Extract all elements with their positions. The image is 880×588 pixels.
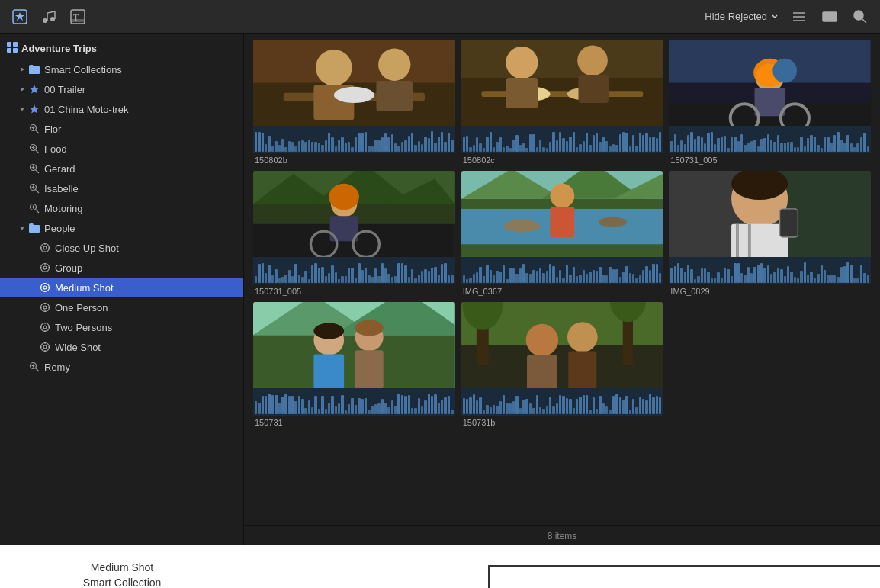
close-up-shot-label: Close Up Shot xyxy=(55,243,237,254)
svg-point-68 xyxy=(41,304,50,312)
search-keyword-icon-food xyxy=(27,142,41,156)
clip-label: IMG_0367 xyxy=(461,287,663,296)
sidebar-item-gerard[interactable]: Gerard xyxy=(0,159,243,178)
hide-rejected-button[interactable]: Hide Rejected xyxy=(705,11,779,22)
svg-marker-25 xyxy=(21,87,24,92)
wide-shot-label: Wide Shot xyxy=(55,342,237,353)
list-view-icon[interactable] xyxy=(788,6,810,27)
clip-thumbnail xyxy=(461,302,663,416)
gear-smart-icon-wide-shot xyxy=(38,340,52,354)
svg-rect-23 xyxy=(13,48,18,53)
svg-point-140 xyxy=(599,217,627,227)
sidebar-item-close-up-shot[interactable]: Close Up Shot xyxy=(0,238,243,258)
svg-point-62 xyxy=(41,284,50,292)
clip-item[interactable]: 150731_005 xyxy=(253,171,455,296)
clip-item[interactable]: 150731_005 xyxy=(669,40,871,165)
sidebar-item-isabelle[interactable]: Isabelle xyxy=(0,178,243,198)
sidebar-item-01-china[interactable]: 01 China Moto-trek xyxy=(0,99,243,119)
search-keyword-icon-isabelle xyxy=(27,182,41,195)
sidebar-item-smart-collections[interactable]: Smart Collections xyxy=(0,59,243,79)
svg-line-38 xyxy=(36,170,40,174)
star-badge-icon[interactable] xyxy=(9,6,31,27)
svg-line-46 xyxy=(36,210,40,214)
search-keyword-icon-gerard xyxy=(27,162,41,175)
sidebar-item-00-trailer[interactable]: 00 Trailer xyxy=(0,79,243,99)
clip-label: 150731_005 xyxy=(253,287,455,296)
group-label: Group xyxy=(55,262,237,274)
search-icon[interactable] xyxy=(849,6,871,27)
clip-label: IMG_0829 xyxy=(669,287,871,296)
svg-rect-114 xyxy=(755,88,785,116)
clip-thumbnail xyxy=(253,302,455,416)
motoring-label: Motoring xyxy=(44,203,237,214)
svg-rect-100 xyxy=(461,78,663,126)
star-icon-trailer xyxy=(27,82,41,96)
sidebar-item-flor[interactable]: Flor xyxy=(0,119,243,139)
svg-rect-173 xyxy=(568,351,596,388)
svg-point-96 xyxy=(378,49,410,81)
svg-rect-105 xyxy=(506,78,538,108)
svg-point-170 xyxy=(525,324,557,356)
clip-label: 150731b xyxy=(461,418,663,427)
svg-rect-21 xyxy=(13,42,18,47)
svg-point-106 xyxy=(577,46,608,76)
two-persons-label: Two Persons xyxy=(55,322,237,333)
content-area: 150802b xyxy=(244,34,880,545)
star-icon-china xyxy=(27,102,41,116)
svg-rect-16 xyxy=(832,18,835,20)
text-icon[interactable]: T xyxy=(67,6,88,27)
svg-point-95 xyxy=(334,87,374,103)
smart-collections-label: Smart Collections xyxy=(44,64,237,76)
toolbar: T Hide Rejected xyxy=(0,0,880,34)
folder-icon-people xyxy=(27,221,41,235)
clip-label: 150731_005 xyxy=(669,156,871,165)
sidebar-item-motoring[interactable]: Motoring xyxy=(0,198,243,218)
search-keyword-icon-remy xyxy=(27,360,41,374)
clip-item[interactable]: 150802b xyxy=(253,40,455,165)
svg-rect-159 xyxy=(355,350,384,388)
annotation-left: Medium ShotSmart Collection xyxy=(0,557,244,588)
sidebar-item-adventure-trips[interactable]: Adventure Trips xyxy=(0,37,243,59)
hide-rejected-label: Hide Rejected xyxy=(705,11,767,22)
clip-item[interactable]: IMG_0829 xyxy=(669,171,871,296)
music-icon[interactable] xyxy=(38,6,59,27)
svg-point-93 xyxy=(316,50,352,86)
svg-rect-157 xyxy=(313,354,344,388)
clip-item[interactable]: IMG_0367 xyxy=(461,171,663,296)
sidebar-item-food[interactable]: Food xyxy=(0,139,243,159)
clip-item[interactable]: 150802c xyxy=(461,40,663,165)
svg-marker-26 xyxy=(30,85,39,94)
svg-point-137 xyxy=(550,184,574,208)
svg-point-172 xyxy=(567,322,598,352)
svg-point-57 xyxy=(43,266,47,269)
clip-thumbnail xyxy=(461,40,663,153)
sidebar-item-group[interactable]: Group xyxy=(0,258,243,278)
clip-item[interactable]: 150731 xyxy=(253,302,455,427)
toolbar-right: Hide Rejected xyxy=(705,6,871,27)
sidebar-item-one-person[interactable]: One Person xyxy=(0,297,243,317)
svg-point-104 xyxy=(506,47,538,79)
annotation-area: Medium ShotSmart Collection These clips … xyxy=(0,545,880,588)
sidebar-item-two-persons[interactable]: Two Persons xyxy=(0,317,243,337)
sidebar-item-medium-shot[interactable]: Medium Shot xyxy=(0,278,243,297)
01-china-arrow xyxy=(17,104,27,114)
food-label: Food xyxy=(44,143,237,155)
svg-rect-15 xyxy=(828,18,831,20)
svg-point-51 xyxy=(43,246,47,249)
sidebar-item-people[interactable]: People xyxy=(0,218,243,238)
svg-rect-14 xyxy=(824,18,827,20)
svg-line-18 xyxy=(862,18,867,23)
sidebar-item-remy[interactable]: Remy xyxy=(0,357,243,377)
svg-line-34 xyxy=(36,150,40,154)
clip-item[interactable]: 150731b xyxy=(461,302,663,427)
svg-rect-13 xyxy=(832,14,835,16)
filmstrip-icon[interactable] xyxy=(819,6,840,27)
clip-label: 150731 xyxy=(253,418,455,427)
sidebar-item-wide-shot[interactable]: Wide Shot xyxy=(0,337,243,357)
clip-label: 150802c xyxy=(461,156,663,165)
svg-rect-138 xyxy=(550,207,574,237)
svg-rect-11 xyxy=(824,14,827,16)
annotation-bracket xyxy=(488,565,880,588)
gear-smart-icon-one-person xyxy=(38,300,52,314)
isabelle-label: Isabelle xyxy=(44,183,237,194)
